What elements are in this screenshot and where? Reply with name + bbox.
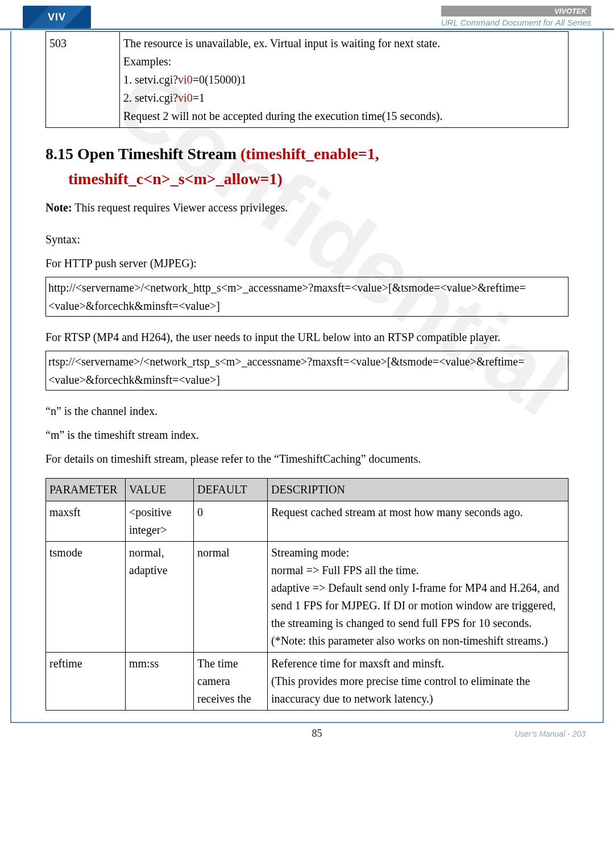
rtsp-syntax-box: rtsp://<servername>/<network_rtsp_s<m>_a… [45, 351, 569, 391]
details-note: For details on timeshift stream, please … [45, 448, 569, 469]
table-header-row: PARAMETER VALUE DEFAULT DESCRIPTION [46, 479, 569, 501]
txt: =0(15000)1 [193, 73, 247, 86]
txt: 1. setvi.cgi? [123, 73, 178, 86]
section-heading: 8.15 Open Timeshift Stream (timeshift_en… [45, 145, 569, 163]
http-syntax-box: http://<servername>/<network_http_s<m>_a… [45, 277, 569, 317]
col-description: DESCRIPTION [268, 479, 569, 501]
line: 1. setvi.cgi?vi0=0(15000)1 [123, 70, 565, 89]
page-header: VIV VIVOTEK URL Command Document for All… [0, 0, 614, 30]
param-red: vi0 [178, 92, 193, 104]
param-default: 0 [194, 501, 268, 542]
line: The resource is unavailable, ex. Virtual… [123, 34, 565, 52]
http-label: For HTTP push server (MJPEG): [45, 253, 569, 273]
doc-title: URL Command Document for All Series [441, 16, 591, 28]
line: Examples: [123, 52, 565, 70]
n-index-note: “n” is the channel index. [45, 401, 569, 421]
header-right: VIVOTEK URL Command Document for All Ser… [441, 6, 591, 28]
param-desc: Streaming mode: normal => Full FPS all t… [268, 542, 569, 653]
status-code-desc: The resource is unavailable, ex. Virtual… [120, 32, 569, 128]
param-name: reftime [46, 653, 126, 711]
status-code: 503 [46, 32, 120, 128]
param-name: tsmode [46, 542, 126, 653]
section-subheading: timeshift_c<n>_s<m>_allow=1) [68, 170, 569, 188]
heading-black: 8.15 Open Timeshift Stream [45, 145, 240, 163]
line: Request 2 will not be accepted during th… [123, 107, 565, 125]
manual-ref: User's Manual - 203 [515, 729, 586, 738]
col-value: VALUE [126, 479, 194, 501]
logo-text: VIV [48, 11, 66, 23]
txt: 2. setvi.cgi? [123, 92, 178, 104]
page-content: Confidential 503 The resource is unavail… [10, 31, 604, 723]
table-row: maxsft <positive integer> 0 Request cach… [46, 501, 569, 542]
heading-red: (timeshift_enable=1, [240, 145, 379, 163]
rtsp-label: For RTSP (MP4 and H264), the user needs … [45, 327, 569, 347]
param-name: maxsft [46, 501, 126, 542]
param-default: The time camera receives the [194, 653, 268, 711]
table-row: tsmode normal, adaptive normal Streaming… [46, 542, 569, 653]
col-parameter: PARAMETER [46, 479, 126, 501]
param-value: <positive integer> [126, 501, 194, 542]
param-value: mm:ss [126, 653, 194, 711]
parameter-table: PARAMETER VALUE DEFAULT DESCRIPTION maxs… [45, 478, 569, 711]
param-value: normal, adaptive [126, 542, 194, 653]
logo: VIV [23, 6, 91, 28]
line: 2. setvi.cgi?vi0=1 [123, 89, 565, 107]
page-footer: 85 User's Manual - 203 [0, 723, 614, 747]
param-desc: Reference time for maxsft and minsft. (T… [268, 653, 569, 711]
status-code-table: 503 The resource is unavailable, ex. Vir… [45, 31, 569, 128]
param-red: vi0 [178, 73, 193, 86]
note-text: This request requires Viewer access priv… [74, 201, 288, 214]
txt: =1 [193, 92, 205, 104]
param-desc: Request cached stream at most how many s… [268, 501, 569, 542]
param-default: normal [194, 542, 268, 653]
m-index-note: “m” is the timeshift stream index. [45, 425, 569, 445]
page-number: 85 [119, 728, 515, 740]
table-row: reftime mm:ss The time camera receives t… [46, 653, 569, 711]
col-default: DEFAULT [194, 479, 268, 501]
syntax-label: Syntax: [45, 229, 569, 250]
note-line: Note: This request requires Viewer acces… [45, 197, 569, 218]
brand-label: VIVOTEK [441, 6, 591, 16]
